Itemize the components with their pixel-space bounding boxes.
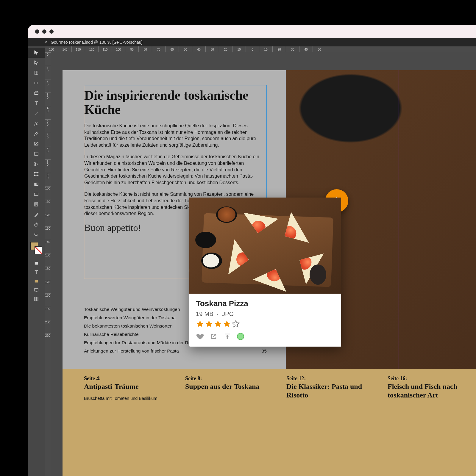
eyedropper-tool[interactable]	[28, 209, 45, 220]
content-collector-tool[interactable]	[28, 88, 45, 98]
section-column: Seite 8:Suppen aus der Toskana	[185, 375, 277, 476]
format-text-tool[interactable]	[28, 268, 45, 277]
svg-point-8	[38, 172, 38, 173]
gradient-swatch-tool[interactable]	[28, 179, 45, 189]
selection-tool[interactable]	[28, 48, 45, 58]
toc-label: Toskanische Weingüter und Weinverkostung…	[84, 307, 180, 312]
svg-point-7	[34, 172, 35, 173]
note-tool[interactable]	[28, 199, 45, 209]
toc-label: Anleitungen zur Herstellung von frischer…	[84, 348, 179, 354]
window-minimize-dot[interactable]	[42, 29, 46, 34]
ruler-tick: 130	[71, 46, 85, 52]
asset-rating[interactable]	[196, 320, 335, 328]
ruler-tick: 140	[58, 46, 71, 52]
view-options-tool[interactable]	[28, 295, 45, 303]
svg-rect-12	[35, 193, 38, 196]
ruler-tick: 120	[45, 213, 51, 226]
scissors-tool[interactable]	[28, 159, 45, 169]
section-page: Seite 16:	[388, 375, 476, 382]
svg-rect-19	[37, 297, 38, 299]
toc-label: Kulinarische Reiseberichte	[84, 332, 139, 337]
ruler-tick: 30	[205, 46, 219, 52]
ruler-tick: 50	[45, 119, 51, 133]
asset-thumbnail[interactable]	[189, 198, 341, 294]
hand-tool[interactable]	[28, 220, 45, 230]
ruler-tick: 50	[313, 46, 326, 52]
gradient-feather-tool[interactable]	[28, 189, 45, 199]
toc-label: Die bekanntesten toskanischen Weinsorten	[84, 323, 173, 329]
section-strip: Seite 4:Antipasti-TräumeBruschetta mit T…	[63, 369, 476, 476]
svg-rect-6	[35, 173, 38, 176]
page-tool[interactable]	[28, 68, 45, 78]
star-filled-icon[interactable]	[214, 320, 222, 328]
asset-size: 19 MB	[196, 311, 213, 317]
ruler-tick: 60	[45, 133, 51, 146]
ruler-tick: 140	[45, 240, 51, 253]
star-empty-icon[interactable]	[232, 320, 240, 328]
star-filled-icon[interactable]	[205, 320, 213, 328]
star-filled-icon[interactable]	[196, 320, 204, 328]
status-indicator	[237, 333, 244, 340]
section-column: Seite 4:Antipasti-TräumeBruschetta mit T…	[84, 375, 176, 476]
vertical-ruler[interactable]: 0102030405060708090100110120130140150160…	[45, 52, 51, 476]
ruler-tick: 170	[45, 280, 51, 293]
free-transform-tool[interactable]	[28, 169, 45, 179]
line-tool[interactable]	[28, 108, 45, 118]
section-title: Fleisch und Fisch nach toskanischer Art	[388, 382, 476, 400]
star-filled-icon[interactable]	[223, 320, 231, 328]
svg-rect-1	[35, 92, 38, 95]
rectangle-frame-tool[interactable]	[28, 139, 45, 149]
upload-icon[interactable]	[223, 332, 232, 341]
screen-mode-tool[interactable]	[28, 286, 45, 295]
zoom-tool[interactable]	[28, 230, 45, 240]
asset-meta: 19 MB · JPG	[196, 311, 335, 317]
apply-color-tool[interactable]	[28, 277, 45, 286]
section-title: Die Klassiker: Pasta und Risotto	[286, 382, 379, 400]
window-zoom-dot[interactable]	[49, 29, 54, 34]
asset-actions	[196, 332, 335, 341]
ruler-tick: 40	[192, 46, 205, 52]
document-tabbar: × Gourmet-Toskana.indd @ 100 % [GPU-Vors…	[28, 38, 476, 46]
article-headline: Die inspirierende toskanische Küche	[84, 88, 265, 117]
svg-point-10	[38, 175, 38, 176]
ruler-tick: 0	[246, 46, 259, 52]
ruler-tick: 10	[259, 46, 272, 52]
gap-tool[interactable]	[28, 78, 45, 88]
ruler-tick: 180	[45, 293, 51, 307]
pencil-tool[interactable]	[28, 129, 45, 139]
stroke-swatch[interactable]	[35, 246, 42, 254]
svg-rect-21	[37, 299, 38, 301]
type-tool[interactable]	[28, 98, 45, 108]
ruler-tick: 20	[272, 46, 286, 52]
svg-rect-11	[35, 183, 38, 186]
asset-separator: ·	[217, 311, 219, 317]
svg-rect-18	[35, 297, 36, 299]
ruler-tick: 100	[112, 46, 125, 52]
close-tab-icon[interactable]: ×	[45, 40, 47, 45]
toc-label: Empfehlungen für Restaurants und Märkte …	[84, 340, 200, 345]
asset-card[interactable]: Toskana Pizza 19 MB · JPG	[189, 198, 341, 347]
window-close-dot[interactable]	[35, 29, 39, 34]
app-window: × Gourmet-Toskana.indd @ 100 % [GPU-Vors…	[28, 25, 476, 476]
fill-stroke-swatches[interactable]	[28, 241, 45, 259]
svg-point-14	[35, 233, 37, 236]
asset-type: JPG	[222, 311, 234, 317]
ruler-tick: 70	[45, 146, 51, 159]
svg-rect-17	[35, 289, 38, 291]
horizontal-ruler[interactable]: 1501401301201101009080706050403020100102…	[45, 46, 476, 52]
pen-tool[interactable]	[28, 118, 45, 129]
section-subtitle: Bruschetta mit Tomaten und Basilikum	[84, 396, 176, 401]
format-container-tool[interactable]	[28, 259, 45, 268]
ruler-tick: 110	[45, 200, 51, 213]
ruler-tick: 210	[45, 333, 51, 347]
open-external-icon[interactable]	[210, 332, 218, 341]
favorite-icon[interactable]	[196, 332, 204, 341]
ruler-tick: 40	[45, 106, 51, 119]
section-column: Seite 16:Fleisch und Fisch nach toskanis…	[388, 375, 476, 476]
section-page: Seite 12:	[286, 375, 379, 382]
rectangle-tool[interactable]	[28, 149, 45, 159]
direct-selection-tool[interactable]	[28, 58, 45, 68]
section-title: Suppen aus der Toskana	[185, 382, 277, 391]
ruler-tick: 100	[45, 186, 51, 200]
document-tab[interactable]: Gourmet-Toskana.indd @ 100 % [GPU-Vorsch…	[51, 40, 142, 45]
